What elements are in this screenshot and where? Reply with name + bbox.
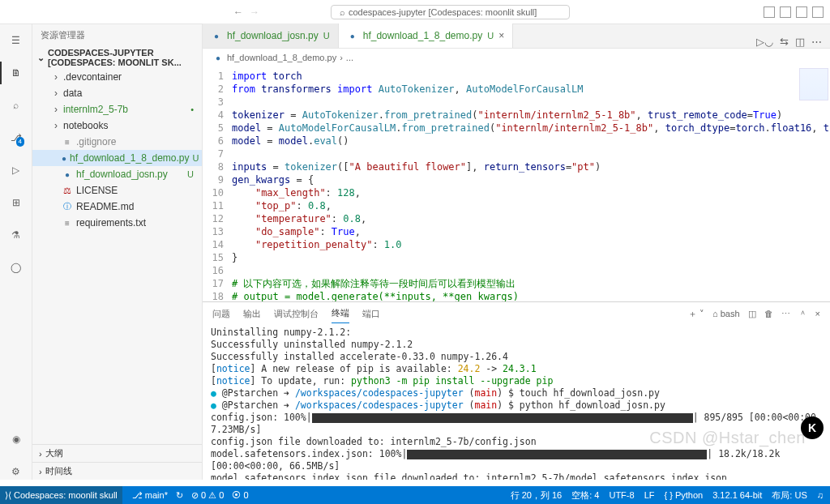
explorer-icon[interactable]: 🗎 xyxy=(8,65,24,81)
folder-item[interactable]: ›.devcontainer xyxy=(32,69,202,85)
file-icon xyxy=(62,201,73,212)
command-center[interactable]: ⌕ codespaces-jupyter [Codespaces: moonli… xyxy=(331,5,570,19)
folder-item[interactable]: ›internlm2_5-7b• xyxy=(32,101,202,117)
tab-bar: hf_download_josn.py Uhf_download_1_8_dem… xyxy=(203,24,830,49)
status-bar: ⟩⟨ Codespaces: moonlit skull ⎇ main* ↻ ⊘… xyxy=(0,486,830,504)
explorer-sidebar: 资源管理器 ⌄ CODESPACES-JUPYTER [CODESPACES: … xyxy=(32,24,203,480)
compare-icon[interactable]: ⇆ xyxy=(780,36,789,48)
panel-tab[interactable]: 问题 xyxy=(212,305,230,323)
outline-section[interactable]: ›大纲 xyxy=(32,444,202,462)
extensions-icon[interactable]: ⊞ xyxy=(8,194,24,211)
panel-tab[interactable]: 终端 xyxy=(332,304,349,323)
maximize-panel-icon[interactable]: ＾ xyxy=(798,308,807,320)
nav-back-icon[interactable]: ← xyxy=(233,6,243,18)
file-icon xyxy=(62,169,73,180)
editor-actions: ▷◡ ⇆ ◫ ⋯ xyxy=(748,36,830,48)
file-icon xyxy=(62,152,66,164)
python-file-icon xyxy=(347,30,358,41)
git-branch[interactable]: ⎇ main* xyxy=(132,490,168,501)
file-icon xyxy=(62,217,73,229)
code-content[interactable]: import torch from transformers import Au… xyxy=(232,66,830,301)
panel-more-icon[interactable]: ⋯ xyxy=(781,309,790,319)
more-icon[interactable]: ⋯ xyxy=(811,36,822,48)
line-gutter: 1234567891011121314151617181920 xyxy=(203,66,232,301)
panel-tab[interactable]: 调试控制台 xyxy=(274,305,319,323)
testing-icon[interactable]: ⚗ xyxy=(8,227,24,243)
help-badge-icon[interactable]: K xyxy=(801,416,824,439)
activity-bar: ☰ 🗎 ⌕ ⎇4 ▷ ⊞ ⚗ ◯ ◉ ⚙ xyxy=(0,24,32,480)
minimap[interactable] xyxy=(799,68,828,100)
remote-indicator[interactable]: ⟩⟨ Codespaces: moonlit skull xyxy=(0,486,122,504)
editor-area: hf_download_josn.py Uhf_download_1_8_dem… xyxy=(203,24,830,480)
chevron-right-icon: › xyxy=(52,120,60,131)
nav-forward-icon[interactable]: → xyxy=(250,6,259,18)
language-mode[interactable]: { } Python xyxy=(664,489,703,502)
panel-tabs: 问题输出调试控制台终端端口 ＋ ˅ ⌂ bash ◫ 🗑 ⋯ ＾ × xyxy=(203,302,830,325)
eol[interactable]: LF xyxy=(644,489,655,502)
chevron-right-icon: › xyxy=(52,71,60,83)
file-item[interactable]: README.md xyxy=(32,199,202,215)
kill-terminal-icon[interactable]: 🗑 xyxy=(764,309,773,318)
layout-controls[interactable] xyxy=(764,6,824,18)
breadcrumb-rest: ... xyxy=(346,53,353,62)
breadcrumb[interactable]: hf_download_1_8_demo.py › ... xyxy=(203,49,830,66)
scm-badge: 4 xyxy=(16,137,24,147)
keyboard-layout[interactable]: 布局: US xyxy=(772,489,806,502)
chevron-right-icon: › xyxy=(52,104,60,115)
editor-tab[interactable]: hf_download_josn.py U xyxy=(203,23,339,48)
cursor-position[interactable]: 行 20，列 16 xyxy=(511,489,563,502)
chevron-down-icon: ⌄ xyxy=(37,53,45,63)
panel-tab[interactable]: 输出 xyxy=(243,305,261,323)
layout-left-icon[interactable] xyxy=(764,6,775,18)
file-icon xyxy=(62,136,73,147)
close-panel-icon[interactable]: × xyxy=(815,309,820,318)
file-item[interactable]: hf_download_1_8_demo.pyU xyxy=(32,150,202,166)
folder-item[interactable]: ›notebooks xyxy=(32,117,202,134)
window-title: codespaces-jupyter [Codespaces: moonlit … xyxy=(349,7,537,17)
code-editor[interactable]: 1234567891011121314151617181920 import t… xyxy=(203,66,830,301)
notifications-icon[interactable]: ♫ xyxy=(817,489,824,502)
bottom-panel: 问题输出调试控制台终端端口 ＋ ˅ ⌂ bash ◫ 🗑 ⋯ ＾ × Unins… xyxy=(203,301,830,480)
layout-bottom-icon[interactable] xyxy=(780,6,791,18)
editor-tab[interactable]: hf_download_1_8_demo.py U × xyxy=(339,23,513,48)
terminal-profile[interactable]: ⌂ bash xyxy=(712,309,740,318)
ports-status[interactable]: ⦿ 0 xyxy=(232,490,248,500)
search-icon: ⌕ xyxy=(340,7,345,17)
file-icon xyxy=(62,185,73,196)
panel-tab[interactable]: 端口 xyxy=(362,305,380,323)
source-control-icon[interactable]: ⎇4 xyxy=(8,130,24,146)
timeline-section[interactable]: ›时间线 xyxy=(32,462,202,480)
problems-status[interactable]: ⊘ 0 ⚠ 0 xyxy=(191,490,224,501)
indentation[interactable]: 空格: 4 xyxy=(571,489,599,502)
layout-custom-icon[interactable] xyxy=(812,6,824,18)
menu-icon[interactable]: ☰ xyxy=(8,32,24,49)
search-icon[interactable]: ⌕ xyxy=(8,97,24,113)
file-item[interactable]: .gitignore xyxy=(32,134,202,150)
split-icon[interactable]: ◫ xyxy=(795,36,805,48)
breadcrumb-file: hf_download_1_8_demo.py xyxy=(227,53,336,62)
chevron-right-icon: › xyxy=(52,88,60,99)
title-bar: ← → ⌕ codespaces-jupyter [Codespaces: mo… xyxy=(0,0,830,24)
layout-right-icon[interactable] xyxy=(796,6,807,18)
github-icon[interactable]: ◯ xyxy=(8,259,24,275)
folder-name: CODESPACES-JUPYTER [CODESPACES: MOONLIT … xyxy=(48,48,197,67)
file-item[interactable]: requirements.txt xyxy=(32,215,202,231)
split-terminal-icon[interactable]: ◫ xyxy=(748,309,756,319)
run-debug-icon[interactable]: ▷ xyxy=(8,162,24,178)
run-icon[interactable]: ▷◡ xyxy=(756,36,773,48)
close-tab-icon[interactable]: × xyxy=(498,30,504,41)
python-interpreter[interactable]: 3.12.1 64-bit xyxy=(712,489,762,502)
python-file-icon xyxy=(212,52,224,63)
accounts-icon[interactable]: ◉ xyxy=(8,431,24,447)
new-terminal-icon[interactable]: ＋ ˅ xyxy=(688,308,704,320)
file-tree: ›.devcontainer›data›internlm2_5-7b•›note… xyxy=(32,69,202,231)
python-file-icon xyxy=(211,30,222,41)
encoding[interactable]: UTF-8 xyxy=(609,489,634,502)
sync-icon[interactable]: ↻ xyxy=(176,490,183,501)
file-item[interactable]: hf_download_josn.pyU xyxy=(32,166,202,182)
terminal-content[interactable]: Uninstalling numpy-2.1.2: Successfully u… xyxy=(203,325,830,480)
settings-icon[interactable]: ⚙ xyxy=(8,463,24,480)
file-item[interactable]: LICENSE xyxy=(32,182,202,199)
workspace-folder[interactable]: ⌄ CODESPACES-JUPYTER [CODESPACES: MOONLI… xyxy=(32,46,202,69)
folder-item[interactable]: ›data xyxy=(32,85,202,101)
